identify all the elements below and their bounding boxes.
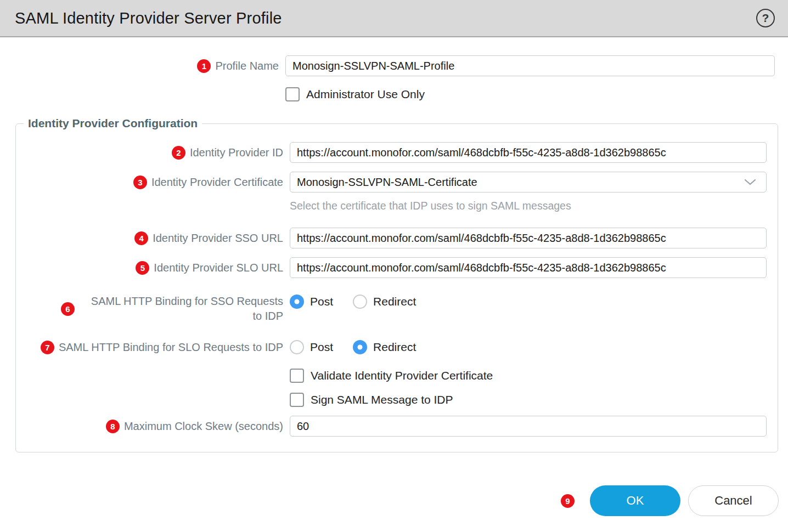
slo-binding-redirect-option[interactable]: Redirect (353, 340, 416, 354)
slo-binding-label: SAML HTTP Binding for SLO Requests to ID… (59, 340, 283, 355)
admin-use-only-checkbox-row: Administrator Use Only (285, 87, 775, 101)
step-badge-7: 7 (41, 341, 54, 354)
step-badge-6: 6 (61, 302, 75, 316)
profile-name-row: 1 Profile Name (0, 55, 775, 76)
sign-saml-checkbox-row: Sign SAML Message to IDP (290, 393, 767, 407)
slo-binding-radio-group: Post Redirect (290, 337, 767, 358)
validate-cert-row: Validate Identity Provider Certificate (16, 369, 767, 383)
step-badge-9: 9 (561, 494, 575, 508)
slo-binding-row: 7 SAML HTTP Binding for SLO Requests to … (16, 337, 767, 358)
idp-id-input[interactable] (290, 142, 767, 163)
idp-sso-url-input[interactable] (290, 228, 767, 248)
validate-cert-label: Validate Identity Provider Certificate (311, 369, 493, 382)
sign-saml-row: Sign SAML Message to IDP (16, 393, 767, 407)
idp-slo-url-row: 5 Identity Provider SLO URL (16, 257, 767, 278)
step-badge-5: 5 (136, 261, 149, 275)
sign-saml-checkbox[interactable] (290, 393, 304, 407)
admin-use-only-label: Administrator Use Only (306, 88, 425, 101)
identity-provider-configuration-section: Identity Provider Configuration 2 Identi… (15, 117, 778, 452)
step-badge-2: 2 (172, 146, 185, 160)
slo-binding-post-option[interactable]: Post (290, 340, 333, 354)
sso-binding-post-radio[interactable] (290, 295, 304, 309)
dialog-footer: 9 OK Cancel (561, 485, 779, 516)
dialog-header: SAML Identity Provider Server Profile ? (0, 0, 788, 37)
idp-slo-url-input[interactable] (290, 257, 767, 278)
idp-certificate-label: Identity Provider Certificate (151, 175, 283, 190)
sso-binding-label: SAML HTTP Binding for SSO Requests to ID… (79, 294, 283, 324)
profile-name-label: Profile Name (215, 59, 279, 73)
step-badge-3: 3 (133, 176, 147, 189)
idp-certificate-select[interactable]: Monosign-SSLVPN-SAML-Certificate (290, 172, 767, 193)
help-question-mark: ? (762, 12, 769, 25)
chevron-down-icon (744, 176, 756, 189)
slo-binding-post-label: Post (310, 341, 333, 354)
idp-certificate-selected-value: Monosign-SSLVPN-SAML-Certificate (297, 176, 744, 189)
idp-sso-url-row: 4 Identity Provider SSO URL (16, 228, 767, 248)
help-icon[interactable]: ? (756, 9, 775, 27)
slo-binding-redirect-radio[interactable] (353, 340, 367, 354)
ok-button[interactable]: OK (590, 485, 680, 516)
idp-certificate-row: 3 Identity Provider Certificate Monosign… (16, 172, 767, 212)
sso-binding-redirect-option[interactable]: Redirect (353, 295, 416, 309)
sso-binding-row: 6 SAML HTTP Binding for SSO Requests to … (16, 291, 767, 324)
slo-binding-post-radio[interactable] (290, 340, 304, 354)
sign-saml-label: Sign SAML Message to IDP (311, 393, 453, 406)
section-legend: Identity Provider Configuration (24, 117, 202, 130)
sso-binding-post-label: Post (310, 295, 333, 308)
idp-sso-url-label: Identity Provider SSO URL (153, 231, 283, 246)
validate-cert-checkbox[interactable] (290, 369, 304, 383)
admin-use-only-checkbox[interactable] (285, 87, 300, 101)
idp-slo-url-label: Identity Provider SLO URL (154, 261, 283, 275)
sso-binding-radio-group: Post Redirect (290, 291, 767, 312)
step-badge-4: 4 (134, 231, 148, 245)
form-area: 1 Profile Name Administrator Use Only Id… (0, 37, 788, 452)
idp-id-label: Identity Provider ID (190, 145, 283, 160)
idp-id-row: 2 Identity Provider ID (16, 142, 767, 163)
cancel-button[interactable]: Cancel (688, 485, 779, 516)
idp-certificate-hint: Select the certificate that IDP uses to … (290, 200, 767, 212)
max-clock-skew-input[interactable] (290, 416, 767, 437)
top-section: 1 Profile Name Administrator Use Only (0, 55, 788, 101)
sso-binding-redirect-label: Redirect (373, 295, 416, 308)
max-clock-skew-row: 8 Maximum Clock Skew (seconds) (16, 416, 767, 437)
sso-binding-post-option[interactable]: Post (290, 295, 333, 309)
validate-cert-checkbox-row: Validate Identity Provider Certificate (290, 369, 767, 383)
admin-use-only-row: Administrator Use Only (0, 87, 775, 101)
step-badge-8: 8 (106, 420, 120, 433)
profile-name-input[interactable] (285, 55, 775, 76)
sso-binding-redirect-radio[interactable] (353, 295, 367, 309)
step-badge-1: 1 (197, 59, 211, 73)
dialog-title: SAML Identity Provider Server Profile (15, 9, 756, 27)
max-clock-skew-label: Maximum Clock Skew (seconds) (124, 419, 283, 434)
slo-binding-redirect-label: Redirect (373, 341, 416, 354)
